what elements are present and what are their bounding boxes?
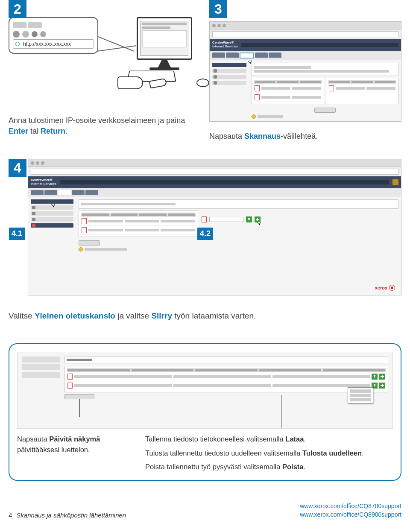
document-icon [255, 85, 260, 91]
step-2: 2 http://xxx.xxx.xxx.xxx [9, 0, 201, 142]
sidebar-item-default-folder[interactable] [31, 223, 73, 228]
sidebar [31, 199, 73, 229]
nav-tab[interactable] [255, 53, 268, 58]
scan-tab[interactable] [240, 53, 254, 58]
hand-illustration [117, 76, 143, 89]
list-panel [326, 78, 398, 104]
callout-leader [79, 399, 80, 417]
substep-4-1-badge: 4.1 [9, 228, 25, 240]
nav-tabs [31, 190, 98, 195]
detail-callout: Napsauta Päivitä näkymä päivittääksesi l… [9, 343, 401, 481]
nav-tab[interactable] [85, 190, 98, 195]
add-button[interactable] [379, 374, 385, 380]
refresh-button[interactable] [79, 240, 100, 246]
table-row[interactable] [254, 93, 322, 102]
filename-field [209, 217, 243, 222]
nav-tab[interactable] [44, 190, 57, 195]
step-2-illustration: http://xxx.xxx.xxx.xxx [9, 0, 201, 111]
xerox-logo: xerox [375, 285, 395, 291]
nav-tab[interactable] [58, 190, 71, 195]
monitor-screen [141, 21, 188, 56]
computer-illustration [137, 17, 192, 83]
content-header-panel [79, 199, 398, 209]
nav-tab[interactable] [269, 53, 281, 58]
substep-4-2-badge: 4.2 [197, 228, 213, 240]
callout-leader [98, 36, 134, 52]
table-row[interactable] [67, 381, 386, 390]
table-row[interactable] [81, 217, 196, 226]
go-button[interactable] [246, 216, 252, 222]
window-control[interactable] [31, 161, 34, 165]
browser-partial [17, 352, 393, 429]
table-row[interactable] [81, 226, 196, 235]
address-bar[interactable] [31, 169, 398, 175]
nav-tabs [212, 53, 281, 58]
back-button[interactable] [13, 31, 20, 38]
content-panel [252, 63, 398, 76]
callout-actions-text: Tallenna tiedosto tietokoneellesi valits… [145, 434, 393, 472]
nav-tab[interactable] [226, 53, 239, 58]
nav-tab[interactable] [212, 53, 225, 58]
browser-window-step3: CentreWare® Internet Services [209, 21, 401, 122]
monitor [137, 17, 192, 60]
reload-button[interactable] [40, 31, 46, 37]
address-bar[interactable]: http://xxx.xxx.xxx.xxx [13, 39, 94, 49]
window-control[interactable] [36, 161, 39, 165]
window-titlebar [28, 159, 401, 167]
centreware-logo: CentreWare® Internet Services [212, 41, 238, 49]
sidebar-item[interactable] [31, 205, 73, 210]
window-control[interactable] [41, 161, 44, 165]
document-icon [67, 383, 73, 389]
document-icon [67, 374, 73, 380]
action-button[interactable] [314, 108, 336, 113]
info-bar [252, 114, 398, 119]
refresh-view-button[interactable] [64, 394, 94, 399]
url-text: http://xxx.xxx.xxx.xxx [23, 41, 71, 47]
centreware-header: CentreWare® Internet Services [28, 176, 401, 188]
sidebar-item[interactable] [31, 211, 73, 216]
document-icon [82, 227, 87, 233]
menu-item[interactable] [350, 389, 371, 393]
add-button[interactable] [379, 383, 385, 389]
go-button[interactable] [372, 374, 378, 380]
step-4: 4 CentreWare® Internet Services [9, 159, 401, 295]
step-2-caption: Anna tulostimen IP-osoite verkkoselaimee… [9, 115, 201, 137]
page-number: 4 [9, 512, 12, 519]
sidebar [212, 63, 246, 87]
browser-tabs [13, 22, 94, 28]
mouse [196, 79, 209, 87]
window-control[interactable] [212, 24, 216, 27]
footer-title: Skannaus ja sähköpostin lähettäminen [16, 512, 126, 519]
page-body [210, 60, 401, 121]
sidebar-item[interactable] [31, 217, 73, 222]
page-footer: 4 Skannaus ja sähköpostin lähettäminen w… [9, 502, 401, 519]
step-2-badge: 2 [9, 0, 26, 18]
table-row[interactable] [254, 84, 322, 93]
step-3-caption: Napsauta Skannaus-välilehteä. [209, 131, 401, 142]
nav-tab[interactable] [31, 190, 44, 195]
table-row[interactable] [67, 372, 386, 381]
forward-button[interactable] [22, 31, 29, 38]
nav-tab[interactable] [72, 190, 85, 195]
info-icon [252, 114, 256, 119]
table-row[interactable] [328, 84, 396, 93]
window-control[interactable] [223, 24, 226, 27]
step-3: 3 CentreWare® Internet Services [209, 0, 401, 142]
sidebar-item[interactable] [212, 75, 246, 79]
window-titlebar [210, 22, 401, 29]
centreware-logo: CentreWare® Internet Services [31, 178, 56, 186]
page-body: 4.1 4.2 [28, 197, 401, 295]
stop-button[interactable] [32, 31, 38, 37]
address-bar[interactable] [212, 31, 398, 37]
window-control[interactable] [217, 24, 221, 27]
sidebar-item[interactable] [212, 69, 246, 73]
callout-leader [281, 395, 281, 428]
lock-icon [392, 179, 398, 185]
centreware-header: CentreWare® Internet Services [210, 39, 401, 51]
sidebar-item[interactable] [212, 81, 246, 85]
folder-icon [32, 224, 35, 227]
info-icon [79, 247, 83, 251]
xerox-sphere-icon [389, 285, 395, 291]
globe-icon [15, 42, 20, 46]
support-url-1: www.xerox.com/office/CQ8700support [300, 502, 401, 511]
